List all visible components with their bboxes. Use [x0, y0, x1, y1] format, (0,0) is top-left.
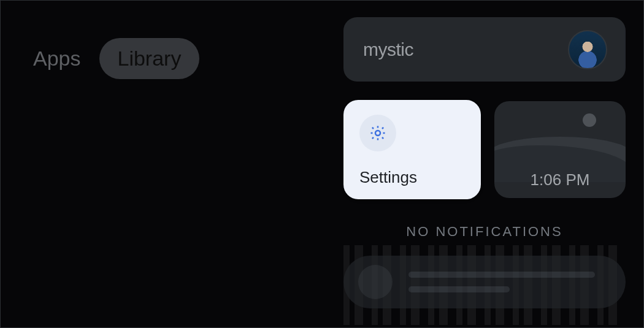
placeholder-line: [408, 272, 595, 278]
no-notifications-label: NO NOTIFICATIONS: [343, 224, 626, 240]
notification-placeholder-lines: [408, 272, 611, 292]
tab-library[interactable]: Library: [99, 38, 200, 79]
clock-scene: [494, 101, 626, 169]
right-panel: mystic Settings 1:06 PM NO NOTIFICATIONS: [343, 17, 626, 308]
clock-card[interactable]: 1:06 PM: [494, 101, 626, 198]
notification-placeholder-icon: [358, 265, 393, 299]
cards-row: Settings 1:06 PM: [343, 100, 626, 199]
notification-placeholder: [343, 256, 626, 308]
settings-card[interactable]: Settings: [343, 100, 481, 199]
settings-label: Settings: [359, 168, 465, 187]
gear-icon: [359, 115, 396, 151]
placeholder-line: [408, 286, 510, 292]
svg-point-0: [375, 131, 380, 135]
tab-apps[interactable]: Apps: [33, 47, 81, 71]
clock-time-label: 1:06 PM: [494, 170, 626, 189]
device-name-label: mystic: [363, 39, 413, 60]
top-tabs: Apps Library: [33, 38, 199, 79]
moon-icon: [583, 113, 596, 127]
device-card[interactable]: mystic: [343, 17, 626, 82]
avatar[interactable]: [568, 30, 607, 69]
